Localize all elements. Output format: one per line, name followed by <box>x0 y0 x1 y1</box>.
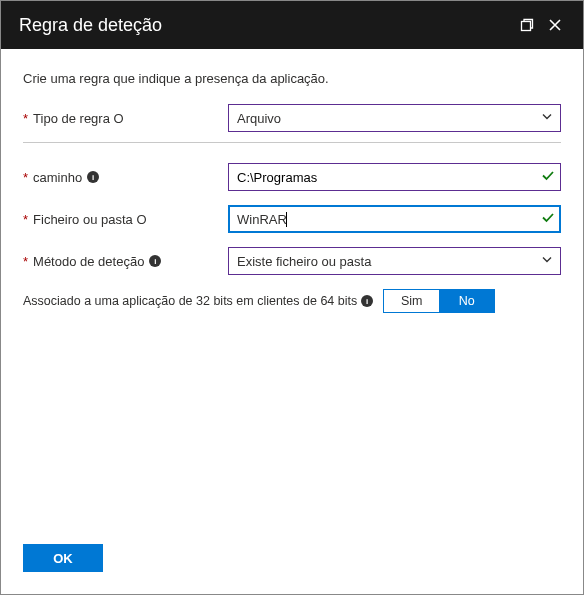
label-path: * caminho i <box>23 170 228 185</box>
titlebar: Regra de deteção <box>1 1 583 49</box>
info-icon[interactable]: i <box>361 295 373 307</box>
svg-rect-0 <box>522 22 531 31</box>
label-method: * Método de deteção i <box>23 254 228 269</box>
info-icon[interactable]: i <box>87 171 99 183</box>
restore-icon <box>520 18 534 32</box>
file-input[interactable]: WinRAR <box>228 205 561 233</box>
label-assoc: Associado a uma aplicação de 32 bits em … <box>23 294 357 308</box>
method-dropdown[interactable]: Existe ficheiro ou pasta <box>228 247 561 275</box>
required-marker: * <box>23 254 28 269</box>
label-text: Método de deteção <box>33 254 144 269</box>
panel-title: Regra de deteção <box>19 15 513 36</box>
text-caret <box>286 212 287 227</box>
info-icon[interactable]: i <box>149 255 161 267</box>
close-button[interactable] <box>541 11 569 39</box>
required-marker: * <box>23 212 28 227</box>
rule-type-dropdown[interactable]: Arquivo <box>228 104 561 132</box>
assoc-no[interactable]: No <box>439 290 494 312</box>
detection-rule-panel: Regra de deteção Crie uma regra que indi… <box>0 0 584 595</box>
required-marker: * <box>23 111 28 126</box>
row-rule-type: * Tipo de regra O Arquivo <box>23 104 561 132</box>
label-rule-type: * Tipo de regra O <box>23 111 228 126</box>
assoc-yes[interactable]: Sim <box>384 290 439 312</box>
restore-button[interactable] <box>513 11 541 39</box>
label-file: * Ficheiro ou pasta O <box>23 212 228 227</box>
row-path: * caminho i <box>23 163 561 191</box>
close-icon <box>548 18 562 32</box>
ok-button[interactable]: OK <box>23 544 103 572</box>
row-method: * Método de deteção i Existe ficheiro ou… <box>23 247 561 275</box>
row-assoc: Associado a uma aplicação de 32 bits em … <box>23 289 561 313</box>
label-text: caminho <box>33 170 82 185</box>
section-divider <box>23 142 561 143</box>
path-input[interactable] <box>228 163 561 191</box>
required-marker: * <box>23 170 28 185</box>
row-file: * Ficheiro ou pasta O WinRAR <box>23 205 561 233</box>
label-text: Ficheiro ou pasta O <box>33 212 146 227</box>
panel-footer: OK <box>1 530 583 594</box>
method-value: Existe ficheiro ou pasta <box>237 254 371 269</box>
label-text: Tipo de regra O <box>33 111 124 126</box>
panel-body: Crie uma regra que indique a presença da… <box>1 49 583 530</box>
rule-type-value: Arquivo <box>237 111 281 126</box>
path-input-text[interactable] <box>237 170 532 185</box>
file-input-text: WinRAR <box>237 212 287 227</box>
assoc-toggle[interactable]: Sim No <box>383 289 495 313</box>
intro-text: Crie uma regra que indique a presença da… <box>23 71 561 86</box>
